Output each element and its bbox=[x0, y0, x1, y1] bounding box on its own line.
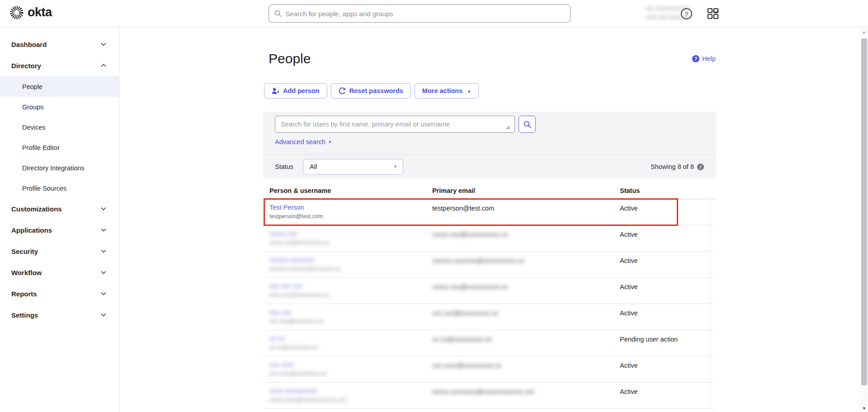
person-status: Active bbox=[620, 225, 710, 251]
sidebar-subitem-label: Groups bbox=[22, 103, 44, 111]
chevron-down-icon bbox=[101, 42, 106, 46]
status-filter-select[interactable]: All ▼ bbox=[303, 159, 403, 175]
person-username: xxxxx.xxx@xxxxxxxx.xx bbox=[269, 239, 432, 246]
table-row: xxxxxx xxxxxxxxxxxxx.xxxxxxx@xxxxxxx.xxx… bbox=[263, 252, 716, 278]
status-filter-label: Status bbox=[275, 163, 293, 170]
table-row: xxxx xxxxxxxxxxxxxxx.xxxx@xxxxxxxxxxxx.x… bbox=[263, 383, 716, 409]
person-username: xxx.xxxx@xxxxxxxx.xx bbox=[269, 370, 432, 377]
sidebar-item-label: Directory bbox=[11, 62, 41, 70]
sidebar-item-dashboard[interactable]: Dashboard bbox=[0, 34, 119, 55]
showing-count: Showing 8 of 8 bbox=[651, 163, 694, 170]
sidebar-item-settings[interactable]: Settings bbox=[0, 304, 119, 326]
person-username: xxxx.xxx@xxxxxxxxx.xx bbox=[269, 292, 432, 298]
chevron-down-icon bbox=[101, 271, 106, 274]
page-help-link[interactable]: ? Help bbox=[692, 55, 716, 62]
row-end-divider bbox=[710, 330, 716, 356]
account-chevron-down-icon[interactable] bbox=[712, 10, 719, 14]
row-end-divider bbox=[710, 252, 716, 277]
scroll-down-icon[interactable]: ▼ bbox=[862, 406, 866, 411]
person-link[interactable]: xxx xxx bbox=[269, 309, 432, 316]
button-label: More actions bbox=[422, 87, 462, 94]
chevron-up-icon bbox=[101, 64, 106, 67]
table-header: Person & usernamePrimary emailStatus bbox=[263, 182, 716, 199]
help-badge-icon: ? bbox=[692, 55, 699, 62]
scroll-up-icon[interactable]: ▲ bbox=[862, 30, 866, 34]
okta-spinner-icon bbox=[10, 6, 24, 19]
people-table: Person & usernamePrimary emailStatus Tes… bbox=[263, 182, 716, 409]
person-status: Active bbox=[620, 356, 710, 382]
top-bar: okta ? xxx xxxxxxxxxxxx xxxx xxx xxxxxxx… bbox=[0, 0, 868, 27]
info-icon[interactable]: i bbox=[697, 164, 704, 170]
resize-grip-icon[interactable] bbox=[505, 125, 510, 130]
sidebar-item-devices[interactable]: Devices bbox=[0, 117, 119, 137]
advanced-search-label: Advanced search bbox=[275, 138, 326, 145]
people-search-button[interactable] bbox=[519, 116, 536, 133]
row-end-divider bbox=[710, 356, 716, 382]
people-search-field[interactable] bbox=[275, 116, 515, 133]
refresh-icon bbox=[339, 87, 346, 94]
scrollbar-thumb[interactable] bbox=[861, 38, 867, 385]
sidebar-item-label: Customizations bbox=[11, 205, 62, 213]
person-status: Active bbox=[620, 278, 710, 304]
person-link[interactable]: xxxx xxxxxxxxxx bbox=[269, 387, 432, 394]
person-email: testperson@test.com bbox=[432, 199, 620, 225]
person-username: xxxxx.xxxx@xxxxxxxxxxxx.xxx bbox=[269, 397, 432, 403]
global-search-input[interactable] bbox=[285, 10, 565, 18]
sidebar-item-label: Settings bbox=[11, 311, 38, 319]
chevron-down-icon bbox=[101, 228, 106, 232]
vertical-scrollbar[interactable]: ▲ ▼ bbox=[860, 28, 868, 412]
caret-down-icon: ▼ bbox=[328, 140, 332, 144]
sidebar-item-directory[interactable]: Directory bbox=[0, 55, 119, 76]
person-email: xxxxx.xxx@xxxxxxxxxx.xx bbox=[432, 225, 620, 251]
person-email: xxx.xxxx@xxxxxxxxx.xx bbox=[432, 356, 620, 382]
sidebar-item-profile-editor[interactable]: Profile Editor bbox=[0, 137, 119, 158]
person-email: xxxxx.xxx@xxxxxxxxxx.xx bbox=[432, 278, 620, 304]
person-status: Pending user action bbox=[620, 330, 710, 356]
person-link[interactable]: xxxxx xxx bbox=[269, 230, 432, 237]
sidebar-item-directory-integrations[interactable]: Directory Integrations bbox=[0, 158, 119, 178]
person-status: Active bbox=[620, 199, 710, 225]
person-username: xx.xx@xxxxxxxx.xx bbox=[269, 344, 432, 351]
sidebar-item-applications[interactable]: Applications bbox=[0, 220, 119, 241]
person-email: xx.xx@xxxxxxxxx.xx bbox=[432, 330, 620, 356]
chevron-down-icon bbox=[101, 249, 106, 253]
person-link[interactable]: xxx xxxx bbox=[269, 361, 432, 368]
sidebar-subitem-label: Profile Sources bbox=[22, 185, 66, 192]
sidebar-item-security[interactable]: Security bbox=[0, 241, 119, 262]
people-search-input[interactable] bbox=[281, 121, 505, 128]
more-actions-button[interactable]: More actions▼ bbox=[415, 83, 479, 98]
table-row: Test Persontestperson@test.comtestperson… bbox=[263, 199, 716, 225]
sidebar-subitem-label: Devices bbox=[22, 124, 46, 131]
row-end-divider bbox=[710, 225, 716, 251]
chevron-down-icon bbox=[101, 292, 106, 295]
person-link[interactable]: Test Person bbox=[269, 204, 432, 211]
account-org: xxxx xxx xxxxxxxx bbox=[646, 14, 709, 20]
global-search[interactable] bbox=[269, 5, 571, 23]
person-status: Active bbox=[620, 304, 710, 330]
person-username: xxxxxx.xxxxxxx@xxxxxxx.xx bbox=[269, 266, 432, 272]
reset-passwords-button[interactable]: Reset passwords bbox=[331, 83, 411, 98]
person-link[interactable]: xxxxxx xxxxxxx bbox=[269, 256, 432, 263]
column-header: Status bbox=[620, 187, 710, 194]
sidebar-item-profile-sources[interactable]: Profile Sources bbox=[0, 178, 119, 198]
sidebar-item-groups[interactable]: Groups bbox=[0, 97, 119, 117]
button-label: Reset passwords bbox=[349, 87, 403, 94]
okta-logo[interactable]: okta bbox=[10, 5, 52, 19]
sidebar-item-workflow[interactable]: Workflow bbox=[0, 262, 119, 283]
person-link[interactable]: xx xx bbox=[269, 335, 432, 342]
person-username: xxx.xxx@xxxxxxxx.xx bbox=[269, 318, 432, 324]
sidebar-item-reports[interactable]: Reports bbox=[0, 283, 119, 304]
account-menu[interactable]: xxx xxxxxxxxxxxx xxxx xxx xxxxxxxx bbox=[646, 5, 709, 20]
main-area: People ? Help Add personReset passwordsM… bbox=[119, 28, 860, 412]
person-link[interactable]: xxx xxx xxx bbox=[269, 282, 432, 290]
advanced-search-link[interactable]: Advanced search ▼ bbox=[275, 138, 332, 145]
sidebar-item-customizations[interactable]: Customizations bbox=[0, 198, 119, 220]
button-label: Add person bbox=[283, 87, 320, 94]
action-buttons: Add personReset passwordsMore actions▼ bbox=[263, 83, 716, 98]
chevron-down-icon bbox=[101, 207, 106, 211]
sidebar-item-people[interactable]: People bbox=[0, 76, 119, 97]
person-email: xxxxx.xxxxxxxx@xxxxxxxxxxxx.xxx bbox=[432, 383, 620, 408]
add-person-button[interactable]: Add person bbox=[264, 83, 327, 98]
status-filter-value: All bbox=[310, 163, 317, 170]
sidebar-subitem-label: People bbox=[22, 83, 42, 90]
